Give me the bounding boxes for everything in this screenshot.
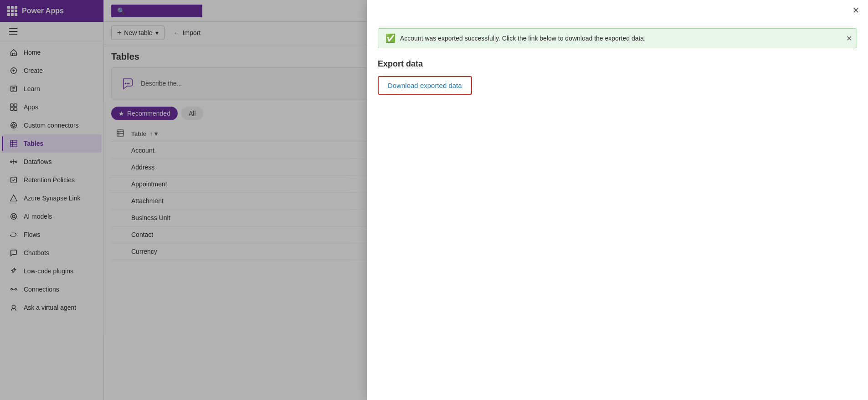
banner-close-button[interactable]: ✕ xyxy=(846,34,852,43)
modal-close-bar: ✕ xyxy=(367,0,868,21)
success-message: Account was exported successfully. Click… xyxy=(400,35,849,42)
banner-close-icon: ✕ xyxy=(846,35,852,42)
export-data-title: Export data xyxy=(378,59,857,69)
success-check-icon: ✅ xyxy=(385,33,395,43)
download-label: Download exported data xyxy=(388,82,462,89)
export-modal: ✕ ✅ Account was exported successfully. C… xyxy=(367,0,868,400)
close-icon: ✕ xyxy=(853,5,859,15)
export-data-section: Export data Download exported data xyxy=(378,59,857,95)
success-banner: ✅ Account was exported successfully. Cli… xyxy=(378,28,857,48)
modal-close-button[interactable]: ✕ xyxy=(849,4,863,17)
download-exported-data-link[interactable]: Download exported data xyxy=(378,76,472,95)
modal-body: ✅ Account was exported successfully. Cli… xyxy=(367,21,868,400)
modal-overlay: ✕ ✅ Account was exported successfully. C… xyxy=(0,0,868,400)
